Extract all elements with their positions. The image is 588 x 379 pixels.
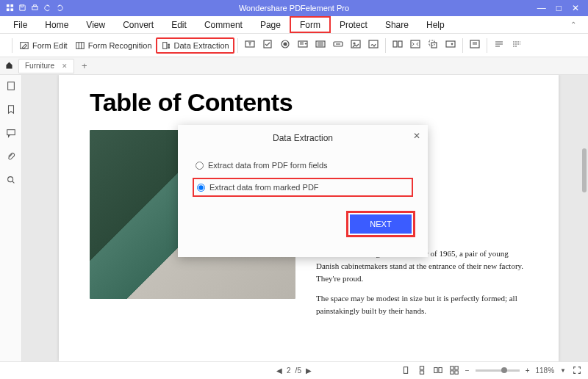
extract-marked-pdf-option[interactable]: Extract data from marked PDF bbox=[193, 178, 413, 197]
tab-label: Furniture bbox=[25, 62, 54, 70]
form-edit-label: Form Edit bbox=[32, 41, 68, 50]
tab-close-icon[interactable]: ✕ bbox=[62, 62, 68, 70]
search-panel-icon[interactable] bbox=[6, 175, 16, 188]
form-align-icon[interactable] bbox=[389, 37, 406, 54]
fullscreen-icon[interactable] bbox=[572, 365, 582, 377]
page-current[interactable]: 2 bbox=[287, 367, 291, 375]
menu-comment[interactable]: Comment bbox=[196, 16, 251, 33]
form-recognition-label: Form Recognition bbox=[88, 41, 152, 50]
menu-protect[interactable]: Protect bbox=[331, 16, 376, 33]
text-field-icon[interactable] bbox=[241, 37, 259, 54]
zoom-in-icon[interactable]: + bbox=[526, 367, 530, 375]
zoom-dropdown-icon[interactable]: ▼ bbox=[560, 367, 566, 374]
svg-rect-1 bbox=[10, 4, 13, 7]
form-more4-icon[interactable] bbox=[466, 37, 484, 54]
next-button[interactable]: NEXT bbox=[350, 214, 412, 234]
combo-field-icon[interactable] bbox=[294, 37, 312, 54]
svg-rect-37 bbox=[451, 366, 453, 369]
view-two-page-icon[interactable] bbox=[433, 365, 443, 377]
print-icon[interactable] bbox=[31, 4, 39, 13]
dialog-close-icon[interactable]: ✕ bbox=[413, 131, 420, 141]
list-field-icon[interactable] bbox=[312, 37, 329, 54]
form-more6-icon[interactable] bbox=[508, 37, 526, 54]
menu-view[interactable]: View bbox=[77, 16, 114, 33]
svg-rect-9 bbox=[162, 42, 166, 48]
document-tab[interactable]: Furniture ✕ bbox=[18, 59, 74, 73]
svg-rect-40 bbox=[455, 370, 458, 373]
data-extraction-dialog: Data Extraction ✕ Extract data from PDF … bbox=[178, 125, 428, 257]
page-next-icon[interactable]: ▶ bbox=[306, 367, 312, 375]
svg-rect-3 bbox=[10, 8, 13, 11]
form-more5-icon[interactable] bbox=[490, 37, 508, 54]
signature-field-icon[interactable] bbox=[365, 37, 382, 54]
attachment-panel-icon[interactable] bbox=[6, 151, 16, 165]
minimize-button[interactable]: — bbox=[537, 3, 546, 13]
menu-home[interactable]: Home bbox=[36, 16, 77, 33]
collapse-ribbon-icon[interactable]: ⌃ bbox=[563, 21, 584, 29]
data-extraction-label: Data Extraction bbox=[174, 41, 229, 50]
data-extraction-button[interactable]: Data Extraction bbox=[156, 37, 234, 54]
menu-help[interactable]: Help bbox=[417, 16, 453, 33]
svg-rect-34 bbox=[420, 370, 423, 373]
button-field-icon[interactable] bbox=[329, 37, 347, 54]
option-label: Extract data from PDF form fields bbox=[208, 161, 328, 170]
bookmark-panel-icon[interactable] bbox=[6, 104, 16, 118]
close-button[interactable]: ✕ bbox=[572, 3, 579, 13]
document-paragraph: The space may be modest in size but it i… bbox=[316, 292, 528, 317]
redo-icon[interactable] bbox=[56, 4, 64, 13]
form-recognition-button[interactable]: Form Recognition bbox=[71, 39, 156, 52]
undo-icon[interactable] bbox=[43, 4, 51, 13]
checkbox-field-icon[interactable] bbox=[259, 37, 276, 54]
menu-file[interactable]: File bbox=[4, 16, 36, 33]
svg-rect-29 bbox=[7, 82, 14, 90]
menu-form[interactable]: Form bbox=[290, 16, 331, 33]
svg-rect-8 bbox=[76, 42, 84, 48]
radio-field-icon[interactable] bbox=[276, 37, 294, 54]
app-title: Wondershare PDFelement Pro bbox=[239, 4, 349, 12]
titlebar: Wondershare PDFelement Pro — □ ✕ bbox=[0, 0, 588, 16]
new-tab-button[interactable]: + bbox=[79, 60, 90, 71]
left-sidebar bbox=[0, 75, 22, 361]
home-tab-icon[interactable] bbox=[4, 59, 14, 73]
menu-share[interactable]: Share bbox=[376, 16, 417, 33]
zoom-value: 118% bbox=[536, 367, 555, 375]
document-tabbar: Furniture ✕ + bbox=[0, 57, 588, 75]
maximize-button[interactable]: □ bbox=[556, 3, 562, 13]
menubar: File Home View Convert Edit Comment Page… bbox=[0, 16, 588, 34]
thumbnail-panel-icon[interactable] bbox=[6, 81, 16, 94]
svg-rect-38 bbox=[455, 366, 458, 369]
form-more3-icon[interactable] bbox=[442, 37, 459, 54]
svg-rect-22 bbox=[393, 41, 397, 47]
view-continuous-icon[interactable] bbox=[417, 365, 427, 377]
page-heading: Table of Contents bbox=[90, 88, 528, 117]
zoom-slider[interactable] bbox=[476, 369, 520, 372]
app-menu-icon[interactable] bbox=[6, 4, 14, 13]
form-edit-button[interactable]: Form Edit bbox=[15, 39, 71, 52]
menu-convert[interactable]: Convert bbox=[114, 16, 162, 33]
vertical-scrollbar[interactable] bbox=[582, 148, 587, 192]
extract-form-fields-radio[interactable] bbox=[196, 162, 204, 170]
svg-point-15 bbox=[284, 43, 287, 46]
svg-point-20 bbox=[354, 43, 355, 44]
svg-rect-4 bbox=[32, 6, 37, 10]
svg-rect-21 bbox=[369, 40, 378, 48]
menu-edit[interactable]: Edit bbox=[162, 16, 196, 33]
zoom-out-icon[interactable]: − bbox=[465, 367, 470, 375]
form-more2-icon[interactable] bbox=[424, 37, 442, 54]
svg-rect-24 bbox=[411, 40, 420, 48]
edit-close-icon[interactable] bbox=[3, 37, 9, 54]
svg-rect-23 bbox=[398, 41, 402, 47]
extract-marked-pdf-radio[interactable] bbox=[197, 184, 205, 192]
page-prev-icon[interactable]: ◀ bbox=[276, 367, 282, 375]
menu-page[interactable]: Page bbox=[251, 16, 290, 33]
comment-panel-icon[interactable] bbox=[6, 128, 16, 141]
view-two-continuous-icon[interactable] bbox=[449, 365, 459, 377]
svg-rect-13 bbox=[264, 40, 271, 48]
form-more1-icon[interactable] bbox=[406, 37, 424, 54]
view-single-icon[interactable] bbox=[401, 365, 411, 377]
svg-rect-11 bbox=[168, 46, 169, 48]
svg-rect-33 bbox=[420, 366, 423, 369]
save-icon[interactable] bbox=[18, 4, 26, 13]
image-field-icon[interactable] bbox=[347, 37, 365, 54]
extract-form-fields-option[interactable]: Extract data from PDF form fields bbox=[193, 157, 413, 173]
